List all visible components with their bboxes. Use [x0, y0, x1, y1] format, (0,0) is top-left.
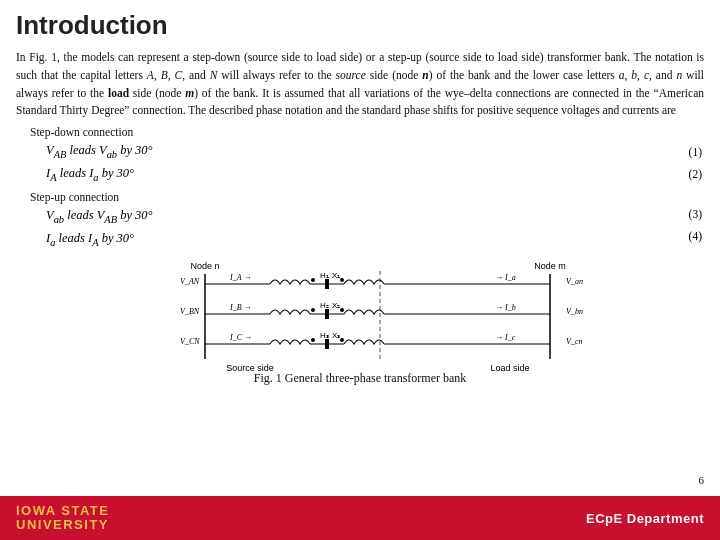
equation-2: IA leads Ia by 30° — [46, 163, 672, 186]
svg-text:X₃: X₃ — [332, 331, 340, 340]
svg-text:Load side: Load side — [490, 363, 529, 373]
equation-numbers: (1) (2) (3) (4) — [672, 120, 704, 255]
step-down-label: Step-down connection — [30, 126, 672, 138]
svg-text:X₁: X₁ — [332, 271, 340, 280]
svg-point-38 — [340, 338, 344, 342]
svg-text:H₃: H₃ — [320, 331, 329, 340]
svg-point-24 — [311, 308, 315, 312]
svg-text:V_CN: V_CN — [180, 337, 200, 346]
svg-text:V_AN: V_AN — [180, 277, 200, 286]
content-area: Introduction In Fig. 1, the models can r… — [0, 0, 720, 496]
svg-text:H₂: H₂ — [320, 301, 329, 310]
eq-num-2: (2) — [689, 164, 702, 186]
figure-section: Node n Node m — [16, 259, 704, 386]
svg-text:V_an: V_an — [566, 277, 583, 286]
step-up-label: Step-up connection — [30, 191, 672, 203]
svg-text:X₂: X₂ — [332, 301, 340, 310]
figure-diagram: Node n Node m — [150, 259, 570, 369]
svg-point-11 — [311, 278, 315, 282]
svg-text:I_C →: I_C → — [229, 333, 252, 342]
university-name-line2: UNIVERSITY — [16, 518, 109, 532]
svg-text:Node n: Node n — [190, 261, 219, 271]
body-paragraph: In Fig. 1, the models can represent a st… — [16, 49, 704, 120]
eq-num-4: (4) — [689, 226, 702, 248]
svg-text:V_bn: V_bn — [566, 307, 583, 316]
footer: IOWA STATE UNIVERSITY ECpE Department — [0, 496, 720, 540]
equations-content: Step-down connection VAB leads Vab by 30… — [16, 120, 672, 255]
equations-area: Step-down connection VAB leads Vab by 30… — [16, 120, 704, 255]
svg-text:H₁: H₁ — [320, 271, 329, 280]
page-title: Introduction — [16, 10, 704, 41]
eq-num-1: (1) — [689, 142, 702, 164]
svg-text:Node m: Node m — [534, 261, 566, 271]
equation-3: Vab leads VAB by 30° — [46, 205, 672, 228]
university-name-line1: IOWA STATE — [16, 504, 109, 518]
svg-rect-19 — [325, 309, 329, 319]
page-container: Introduction In Fig. 1, the models can r… — [0, 0, 720, 540]
step-up-equations: Vab leads VAB by 30° Ia leads IA by 30° — [46, 205, 672, 251]
svg-point-37 — [311, 338, 315, 342]
svg-text:Source side: Source side — [226, 363, 274, 373]
step-down-equations: VAB leads Vab by 30° IA leads Ia by 30° — [46, 140, 672, 186]
svg-text:→ I_b: → I_b — [495, 303, 516, 312]
department-label: ECpE Department — [586, 511, 704, 526]
svg-rect-6 — [325, 279, 329, 289]
page-number: 6 — [699, 474, 705, 486]
svg-text:V_BN: V_BN — [180, 307, 200, 316]
transformer-diagram-svg: Node n Node m — [150, 259, 610, 374]
svg-text:V_cn: V_cn — [566, 337, 582, 346]
equation-4: Ia leads IA by 30° — [46, 228, 672, 251]
svg-text:I_A →: I_A → — [229, 273, 251, 282]
eq-num-3: (3) — [689, 204, 702, 226]
footer-logo: IOWA STATE UNIVERSITY — [16, 504, 109, 533]
svg-point-12 — [340, 278, 344, 282]
svg-rect-32 — [325, 339, 329, 349]
svg-point-25 — [340, 308, 344, 312]
svg-text:I_B →: I_B → — [229, 303, 252, 312]
equation-1: VAB leads Vab by 30° — [46, 140, 672, 163]
svg-text:→ I_c: → I_c — [495, 333, 516, 342]
svg-text:→ I_a: → I_a — [495, 273, 516, 282]
